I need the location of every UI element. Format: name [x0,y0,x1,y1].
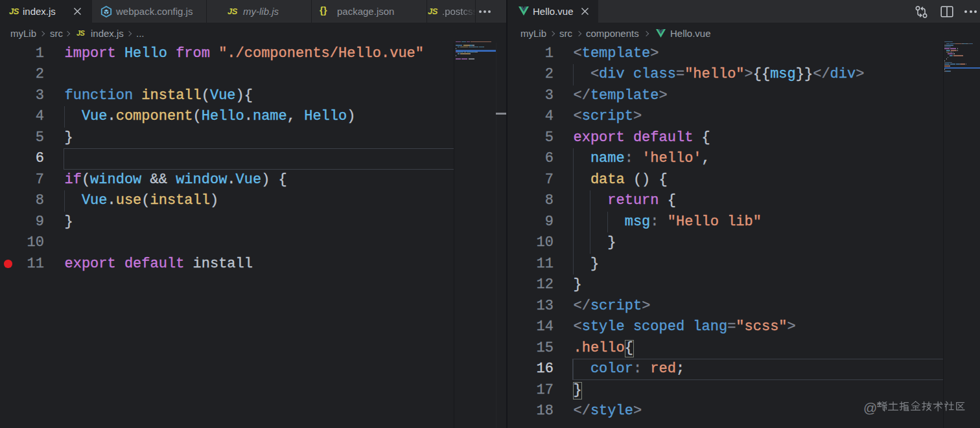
svg-text:@: @ [863,400,877,415]
